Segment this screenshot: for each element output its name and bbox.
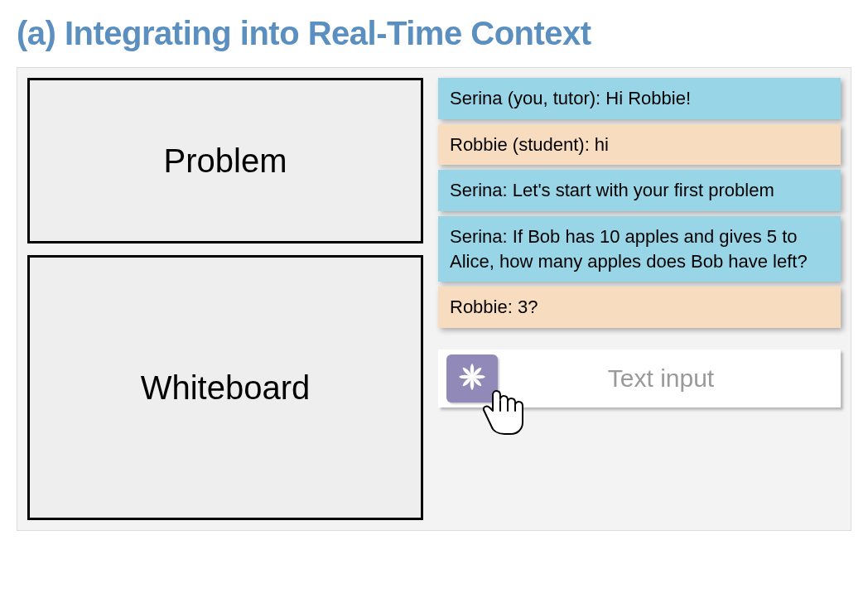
whiteboard-label: Whiteboard bbox=[141, 369, 311, 407]
input-row: Text input bbox=[438, 350, 841, 407]
problem-label: Problem bbox=[164, 142, 287, 180]
ai-suggest-button[interactable] bbox=[446, 354, 498, 403]
right-column: Serina (you, tutor): Hi Robbie! Robbie (… bbox=[438, 78, 841, 520]
problem-box: Problem bbox=[27, 78, 423, 243]
text-input[interactable]: Text input bbox=[514, 364, 832, 393]
svg-point-0 bbox=[470, 374, 475, 380]
chat-message-student: Robbie: 3? bbox=[438, 287, 841, 328]
chat-log: Serina (you, tutor): Hi Robbie! Robbie (… bbox=[438, 78, 841, 328]
page-title: (a) Integrating into Real-Time Context bbox=[17, 15, 851, 52]
swirl-icon bbox=[456, 360, 489, 397]
main-panel: Problem Whiteboard Serina (you, tutor): … bbox=[17, 67, 851, 531]
chat-message-tutor: Serina: Let's start with your first prob… bbox=[438, 170, 841, 211]
left-column: Problem Whiteboard bbox=[27, 78, 423, 520]
chat-message-tutor: Serina: If Bob has 10 apples and gives 5… bbox=[438, 216, 841, 282]
chat-message-tutor: Serina (you, tutor): Hi Robbie! bbox=[438, 78, 841, 119]
chat-message-student: Robbie (student): hi bbox=[438, 124, 841, 166]
whiteboard-box[interactable]: Whiteboard bbox=[27, 255, 423, 520]
